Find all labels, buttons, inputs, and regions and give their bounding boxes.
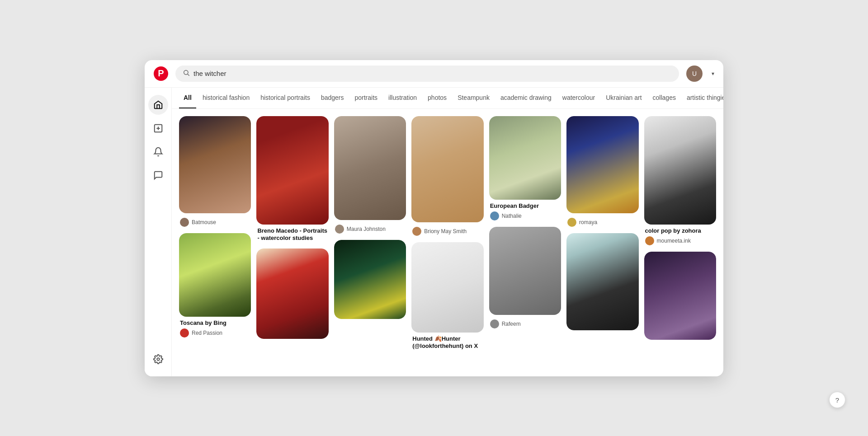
pinterest-logo[interactable]: P: [154, 66, 168, 81]
pin-author: moumeeta.ink: [645, 236, 715, 245]
user-avatar[interactable]: U: [686, 66, 703, 82]
pin-author: Briony May Smith: [412, 227, 482, 236]
avatar: [490, 319, 499, 328]
pin-card[interactable]: Hunted 🍂Hunter (@lookforthehunt) on X: [411, 242, 483, 352]
pin-card[interactable]: [644, 252, 716, 340]
pin-info: Maura Johnston: [334, 220, 406, 234]
tab-steampunk[interactable]: Steampunk: [453, 88, 494, 108]
pin-author-name: Maura Johnston: [347, 226, 386, 232]
pin-card[interactable]: Maura Johnston: [334, 116, 406, 234]
pin-card[interactable]: European Badger Nathalie: [489, 116, 561, 222]
pin-title: Toscana by Bing: [180, 319, 250, 327]
pin-card[interactable]: Briony May Smith: [411, 116, 483, 237]
tab-all[interactable]: All: [179, 88, 196, 108]
avatar: [180, 328, 189, 338]
pin-author-name: Nathalie: [502, 213, 522, 219]
pin-author: Nathalie: [490, 211, 560, 220]
pin-title: Breno Macedo - Portraits - watercolor st…: [257, 227, 327, 243]
svg-point-0: [184, 70, 188, 74]
search-bar[interactable]: [175, 66, 679, 82]
content-area: All historical fashion historical portra…: [172, 88, 723, 376]
pin-title: color pop by zohora: [645, 227, 715, 235]
tab-watercolour[interactable]: watercolour: [558, 88, 599, 108]
pin-card[interactable]: Breno Macedo - Portraits - watercolor st…: [256, 116, 328, 244]
tab-ukrainian-art[interactable]: Ukrainian art: [601, 88, 646, 108]
tab-historical-fashion[interactable]: historical fashion: [198, 88, 254, 108]
search-icon: [183, 69, 190, 78]
pin-card[interactable]: [566, 233, 638, 330]
app-window: P U ▾: [145, 60, 723, 376]
svg-point-5: [157, 358, 160, 361]
avatar: [412, 227, 421, 236]
pin-info: Briony May Smith: [411, 222, 483, 237]
header: P U ▾: [145, 60, 723, 88]
sidebar: [145, 88, 172, 376]
pin-card[interactable]: [256, 248, 328, 339]
pin-card[interactable]: color pop by zohora moumeeta.ink: [644, 116, 716, 247]
sidebar-item-create[interactable]: [148, 118, 168, 138]
category-tabs: All historical fashion historical portra…: [172, 88, 723, 109]
main-layout: All historical fashion historical portra…: [145, 88, 723, 376]
avatar: [645, 236, 654, 245]
tab-illustration[interactable]: illustration: [384, 88, 421, 108]
pin-title: European Badger: [490, 202, 560, 210]
pin-author-name: Batmouse: [192, 219, 216, 225]
pin-info: European Badger Nathalie: [489, 200, 561, 222]
pin-author: Maura Johnston: [335, 225, 405, 234]
svg-line-1: [188, 74, 189, 76]
pin-author-name: moumeeta.ink: [657, 238, 691, 244]
pin-author-name: Red Passion: [192, 330, 222, 336]
tab-badgers[interactable]: badgers: [316, 88, 349, 108]
tab-photos[interactable]: photos: [423, 88, 451, 108]
pin-author: Batmouse: [180, 218, 250, 227]
avatar: [490, 211, 499, 220]
pin-info: Rafeem: [489, 315, 561, 329]
pin-card[interactable]: [334, 240, 406, 319]
tab-collages[interactable]: collages: [648, 88, 680, 108]
pin-author: romaya: [567, 218, 637, 227]
pin-author: Red Passion: [180, 328, 250, 338]
pin-author: Rafeem: [490, 319, 560, 328]
sidebar-item-settings[interactable]: [148, 349, 168, 369]
pin-card[interactable]: romaya: [566, 116, 638, 228]
pin-card[interactable]: Batmouse: [179, 116, 251, 228]
pin-card[interactable]: Rafeem: [489, 227, 561, 329]
pin-info: Batmouse: [179, 213, 251, 228]
tab-academic-drawing[interactable]: academic drawing: [496, 88, 556, 108]
avatar: [180, 218, 189, 227]
search-input[interactable]: [193, 70, 672, 77]
tab-portraits[interactable]: portraits: [350, 88, 382, 108]
avatar: [567, 218, 576, 227]
pin-author-name: Briony May Smith: [424, 228, 467, 234]
avatar: [335, 225, 344, 234]
sidebar-item-home[interactable]: [148, 95, 168, 115]
tab-historical-portraits[interactable]: historical portraits: [256, 88, 315, 108]
pin-author-name: Rafeem: [502, 321, 521, 327]
pin-grid: Batmouse Toscana by Bing Red Passion: [172, 109, 723, 359]
avatar-chevron-icon[interactable]: ▾: [712, 70, 714, 77]
pin-info: Hunted 🍂Hunter (@lookforthehunt) on X: [411, 333, 483, 352]
pin-info: Breno Macedo - Portraits - watercolor st…: [256, 225, 328, 244]
pin-card[interactable]: Toscana by Bing Red Passion: [179, 233, 251, 339]
pin-author-name: romaya: [579, 219, 597, 225]
sidebar-item-messages[interactable]: [148, 165, 168, 185]
pin-title: Hunted 🍂Hunter (@lookforthehunt) on X: [412, 335, 482, 351]
pin-info: romaya: [566, 213, 638, 228]
tab-artistic-thingies[interactable]: artistic thingies: [682, 88, 723, 108]
pin-info: color pop by zohora moumeeta.ink: [644, 225, 716, 247]
sidebar-item-notifications[interactable]: [148, 142, 168, 162]
pin-info: Toscana by Bing Red Passion: [179, 317, 251, 339]
